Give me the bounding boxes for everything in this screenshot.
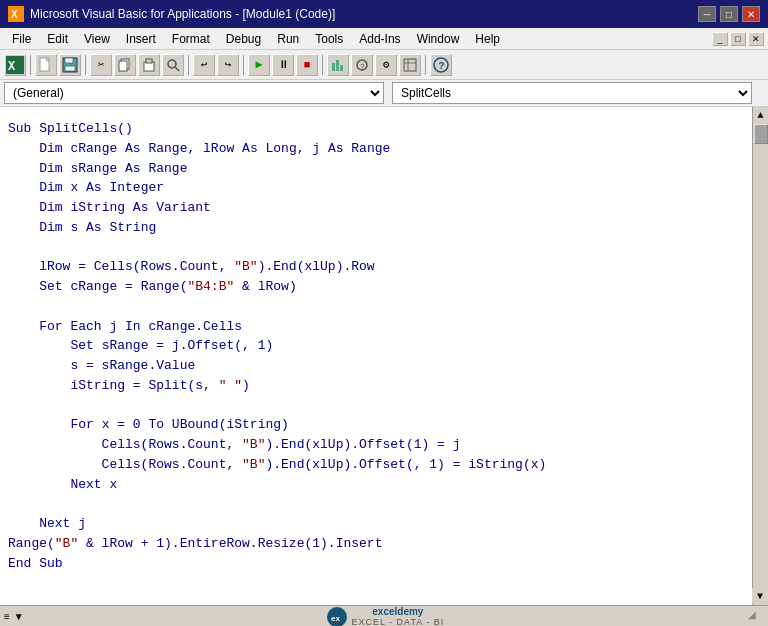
status-right-corner: ◢ bbox=[748, 609, 764, 625]
redo-toolbar-btn[interactable]: ↪ bbox=[217, 54, 239, 76]
code-line-15 bbox=[8, 396, 744, 416]
procedure-dropdown[interactable]: SplitCells bbox=[392, 82, 752, 104]
code-line-18: Cells(Rows.Count, "B").End(xlUp).Offset(… bbox=[8, 455, 744, 475]
toolbar-sep-3 bbox=[188, 55, 189, 75]
code-line-17: Cells(Rows.Count, "B").End(xlUp).Offset(… bbox=[8, 435, 744, 455]
title-bar: X Microsoft Visual Basic for Application… bbox=[0, 0, 768, 28]
code-line-13: s = sRange.Value bbox=[8, 356, 744, 376]
menu-insert[interactable]: Insert bbox=[118, 30, 164, 48]
svg-rect-8 bbox=[65, 66, 75, 71]
code-line-20 bbox=[8, 494, 744, 514]
code-line-10 bbox=[8, 297, 744, 317]
toolbar-sep-6 bbox=[425, 55, 426, 75]
cut-toolbar-btn[interactable]: ✂ bbox=[90, 54, 112, 76]
code-line-12: Set sRange = j.Offset(, 1) bbox=[8, 336, 744, 356]
toolbar-btn-extra3[interactable] bbox=[399, 54, 421, 76]
save-toolbar-btn[interactable] bbox=[59, 54, 81, 76]
app-icon: X bbox=[8, 6, 24, 22]
status-icon-2: ▼ bbox=[14, 611, 24, 622]
toolbar-sep-1 bbox=[30, 55, 31, 75]
title-text: Microsoft Visual Basic for Applications … bbox=[30, 7, 335, 21]
toolbar-btn-extra2[interactable]: ⚙ bbox=[375, 54, 397, 76]
code-line-11: For Each j In cRange.Cells bbox=[8, 317, 744, 337]
toolbar-sep-4 bbox=[243, 55, 244, 75]
code-line-21: Next j bbox=[8, 514, 744, 534]
menu-format[interactable]: Format bbox=[164, 30, 218, 48]
copy-toolbar-btn[interactable] bbox=[114, 54, 136, 76]
svg-point-13 bbox=[168, 60, 176, 68]
code-line-9: Set cRange = Range("B4:B" & lRow) bbox=[8, 277, 744, 297]
menu-file[interactable]: File bbox=[4, 30, 39, 48]
svg-line-14 bbox=[175, 67, 179, 71]
toolbar-sep-2 bbox=[85, 55, 86, 75]
svg-text:ex: ex bbox=[331, 614, 340, 623]
code-line-23: End Sub bbox=[8, 554, 744, 574]
svg-rect-12 bbox=[146, 59, 152, 63]
status-left: ≡ ▼ bbox=[4, 611, 24, 622]
svg-text:?: ? bbox=[360, 62, 365, 71]
toolbar: X ✂ ↩ ↪ ▶ ⏸ bbox=[0, 50, 768, 80]
menu-view[interactable]: View bbox=[76, 30, 118, 48]
dropdowns-row: (General) SplitCells bbox=[0, 80, 768, 107]
chart-toolbar-btn[interactable] bbox=[327, 54, 349, 76]
code-line-3: Dim sRange As Range bbox=[8, 159, 744, 179]
svg-rect-20 bbox=[404, 59, 416, 71]
code-line-6: Dim s As String bbox=[8, 218, 744, 238]
code-content: Sub SplitCells() Dim cRange As Range, lR… bbox=[0, 115, 752, 577]
pause-toolbar-btn[interactable]: ⏸ bbox=[272, 54, 294, 76]
code-line-5: Dim iString As Variant bbox=[8, 198, 744, 218]
code-line-22: Range("B" & lRow + 1).EntireRow.Resize(1… bbox=[8, 534, 744, 554]
toolbar-btn-extra1[interactable]: ? bbox=[351, 54, 373, 76]
maximize-button[interactable]: □ bbox=[720, 6, 738, 22]
code-line-1: Sub SplitCells() bbox=[8, 119, 744, 139]
stop-toolbar-btn[interactable]: ■ bbox=[296, 54, 318, 76]
scroll-thumb[interactable] bbox=[754, 124, 768, 144]
title-controls: ─ □ ✕ bbox=[698, 6, 760, 22]
code-line-4: Dim x As Integer bbox=[8, 178, 744, 198]
run-toolbar-btn[interactable]: ▶ bbox=[248, 54, 270, 76]
menubar-window-controls: _ □ ✕ bbox=[712, 32, 764, 46]
code-line-19: Next x bbox=[8, 475, 744, 495]
menu-help[interactable]: Help bbox=[467, 30, 508, 48]
menu-debug[interactable]: Debug bbox=[218, 30, 269, 48]
find-toolbar-btn[interactable] bbox=[162, 54, 184, 76]
svg-rect-16 bbox=[336, 60, 339, 71]
excel-toolbar-icon[interactable]: X bbox=[4, 54, 26, 76]
svg-text:X: X bbox=[8, 60, 16, 74]
inner-close-button[interactable]: ✕ bbox=[748, 32, 764, 46]
svg-text:X: X bbox=[11, 9, 18, 20]
svg-rect-10 bbox=[119, 61, 127, 71]
help-toolbar-btn[interactable]: ? bbox=[430, 54, 452, 76]
code-editor[interactable]: Sub SplitCells() Dim cRange As Range, lR… bbox=[0, 107, 752, 605]
svg-rect-5 bbox=[46, 58, 49, 61]
code-line-14: iString = Split(s, " ") bbox=[8, 376, 744, 396]
close-button[interactable]: ✕ bbox=[742, 6, 760, 22]
watermark: ex exceldemy EXCEL - DATA - BI bbox=[327, 606, 444, 626]
menu-window[interactable]: Window bbox=[409, 30, 468, 48]
watermark-logo: ex bbox=[327, 607, 347, 627]
menu-edit[interactable]: Edit bbox=[39, 30, 76, 48]
watermark-brand: exceldemy bbox=[351, 606, 444, 617]
toolbar-sep-5 bbox=[322, 55, 323, 75]
code-line-16: For x = 0 To UBound(iString) bbox=[8, 415, 744, 435]
inner-minimize-button[interactable]: _ bbox=[712, 32, 728, 46]
svg-text:?: ? bbox=[439, 61, 445, 72]
menu-tools[interactable]: Tools bbox=[307, 30, 351, 48]
svg-rect-17 bbox=[340, 65, 343, 71]
object-dropdown[interactable]: (General) bbox=[4, 82, 384, 104]
vertical-scrollbar[interactable]: ▲ ▼ bbox=[752, 107, 768, 605]
svg-rect-7 bbox=[65, 58, 73, 63]
code-container: Sub SplitCells() Dim cRange As Range, lR… bbox=[0, 107, 768, 605]
menu-run[interactable]: Run bbox=[269, 30, 307, 48]
status-bar: ≡ ▼ ex exceldemy EXCEL - DATA - BI ◢ bbox=[0, 605, 768, 626]
watermark-tagline: EXCEL - DATA - BI bbox=[351, 617, 444, 626]
paste-toolbar-btn[interactable] bbox=[138, 54, 160, 76]
new-toolbar-btn[interactable] bbox=[35, 54, 57, 76]
svg-rect-15 bbox=[332, 63, 335, 71]
inner-maximize-button[interactable]: □ bbox=[730, 32, 746, 46]
code-line-8: lRow = Cells(Rows.Count, "B").End(xlUp).… bbox=[8, 257, 744, 277]
menu-addins[interactable]: Add-Ins bbox=[351, 30, 408, 48]
undo-toolbar-btn[interactable]: ↩ bbox=[193, 54, 215, 76]
code-line-2: Dim cRange As Range, lRow As Long, j As … bbox=[8, 139, 744, 159]
minimize-button[interactable]: ─ bbox=[698, 6, 716, 22]
